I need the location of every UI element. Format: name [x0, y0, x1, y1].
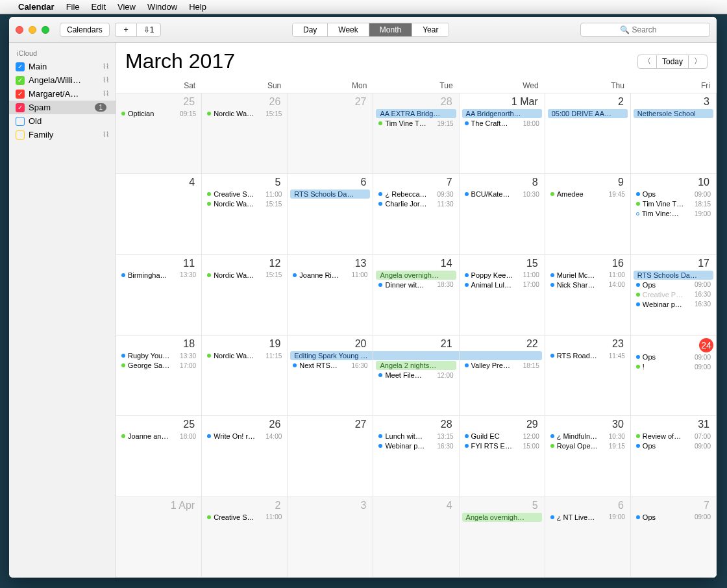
menu-file[interactable]: File: [66, 2, 80, 12]
event-item[interactable]: Joanne an…18:00: [119, 432, 199, 441]
calendar-checkbox[interactable]: ✓: [16, 103, 25, 112]
menubar[interactable]: Calendar File Edit View Window Help: [0, 0, 727, 14]
view-year[interactable]: Year: [412, 23, 449, 36]
day-cell[interactable]: 5Creative S…11:00Nordic Wa…15:15: [202, 174, 288, 254]
event-item[interactable]: Webinar p…16:30: [376, 441, 456, 450]
sidebar-item-5[interactable]: Family⌇⌇: [9, 128, 116, 141]
event-item[interactable]: Poppy Kee…11:00: [462, 271, 542, 280]
zoom-button[interactable]: [42, 26, 49, 34]
day-cell[interactable]: 24Ops09:00!09:00: [631, 336, 717, 416]
event-item[interactable]: Meet File…12:00: [376, 371, 456, 380]
event-bar[interactable]: AA EXTRA Bridg…: [376, 109, 456, 118]
day-cell[interactable]: 26Nordic Wa…15:15: [202, 93, 288, 174]
day-cell[interactable]: 4: [116, 174, 202, 254]
view-day[interactable]: Day: [293, 23, 328, 36]
day-cell[interactable]: 3Nethersole School: [631, 93, 717, 174]
day-cell[interactable]: 11Birmingha…13:30: [116, 255, 202, 336]
day-cell[interactable]: 16Muriel Mc…11:00Nick Shar…14:00: [545, 255, 631, 336]
day-cell[interactable]: 30¿ Mindfuln…10:30Royal Ope…19:15: [545, 416, 631, 496]
event-item[interactable]: Optician09:15: [119, 109, 199, 118]
event-item[interactable]: Rugby You…13:30: [119, 351, 199, 360]
day-cell[interactable]: 31Review of…07:00Ops09:00: [631, 416, 717, 496]
event-span[interactable]: [373, 351, 459, 360]
view-week[interactable]: Week: [328, 23, 369, 36]
day-cell[interactable]: 1 Apr: [116, 497, 202, 578]
calendar-checkbox[interactable]: [16, 117, 25, 126]
event-bar[interactable]: Angela overnigh…: [376, 271, 456, 280]
event-item[interactable]: Creative P…16:30: [634, 290, 713, 299]
event-item[interactable]: Nordic Wa…15:15: [204, 271, 284, 280]
event-item[interactable]: Ops09:00: [634, 441, 713, 450]
event-item[interactable]: BCU/Kate…10:30: [462, 190, 542, 199]
day-cell[interactable]: 22 Valley Pre…18:15: [460, 336, 545, 416]
prev-button[interactable]: 〈: [637, 55, 657, 69]
event-bar[interactable]: RTS Schools Da…: [634, 271, 713, 280]
day-cell[interactable]: 28Lunch wit…13:15Webinar p…16:30: [373, 416, 459, 496]
calendar-checkbox[interactable]: [16, 130, 25, 140]
event-item[interactable]: ¿ Rebecca…09:30: [376, 190, 456, 199]
event-item[interactable]: Ops09:00: [634, 352, 713, 361]
add-button[interactable]: ＋: [115, 23, 136, 37]
event-item[interactable]: Tim Vine T…18:15: [634, 199, 713, 208]
minimize-button[interactable]: [29, 26, 36, 34]
menu-edit[interactable]: Edit: [92, 2, 106, 12]
day-cell[interactable]: 4: [373, 497, 459, 578]
calendar-checkbox[interactable]: ✓: [16, 62, 25, 71]
day-cell[interactable]: 3: [288, 497, 373, 578]
day-cell[interactable]: 27: [288, 93, 373, 174]
day-cell[interactable]: 12Nordic Wa…15:15: [202, 255, 288, 336]
day-cell[interactable]: 17RTS Schools Da…Ops09:00Creative P…16:3…: [631, 255, 717, 336]
event-bar[interactable]: RTS Schools Da…: [290, 190, 370, 199]
event-item[interactable]: Ops09:00: [634, 280, 713, 289]
day-cell[interactable]: 25Optician09:15: [116, 93, 202, 174]
event-item[interactable]: Review of…07:00: [634, 432, 713, 441]
menu-view[interactable]: View: [117, 2, 136, 12]
event-item[interactable]: Next RTS…16:30: [290, 361, 370, 370]
event-item[interactable]: Nordic Wa…11:15: [204, 351, 284, 360]
day-cell[interactable]: 27: [288, 416, 373, 496]
event-item[interactable]: Creative S…11:00: [204, 190, 284, 199]
inbox-button[interactable]: ⇩ 1: [136, 23, 162, 37]
day-cell[interactable]: 8BCU/Kate…10:30: [460, 174, 545, 254]
event-item[interactable]: Muriel Mc…11:00: [548, 271, 628, 280]
day-cell[interactable]: 6RTS Schools Da…: [288, 174, 373, 254]
sidebar-item-0[interactable]: ✓Main⌇⌇: [9, 60, 116, 73]
event-span[interactable]: Editing Spark Young Writers magazine: [290, 351, 373, 360]
event-item[interactable]: Guild EC12:00: [462, 432, 542, 441]
day-cell[interactable]: 20Editing Spark Young Writers magazineNe…: [288, 336, 373, 416]
event-item[interactable]: Amedee19:45: [548, 190, 628, 199]
event-bar[interactable]: Nethersole School: [634, 109, 713, 118]
calendar-checkbox[interactable]: ✓: [16, 90, 25, 99]
event-item[interactable]: Lunch wit…13:15: [376, 432, 456, 441]
menu-help[interactable]: Help: [189, 2, 206, 12]
day-cell[interactable]: 26Write On! r…14:00: [202, 416, 288, 496]
event-item[interactable]: Animal Lul…17:00: [462, 280, 542, 289]
menu-window[interactable]: Window: [147, 2, 177, 12]
event-item[interactable]: Nick Shar…14:00: [548, 280, 628, 289]
event-item[interactable]: RTS Road…11:45: [548, 351, 628, 360]
search-input[interactable]: [632, 25, 671, 34]
event-item[interactable]: Nordic Wa…15:15: [204, 199, 284, 208]
day-cell[interactable]: 205:00 DRIVE AA…: [545, 93, 631, 174]
close-button[interactable]: [16, 26, 23, 34]
sidebar-item-4[interactable]: Old: [9, 114, 116, 128]
event-item[interactable]: ¿ NT Live…19:00: [548, 513, 628, 522]
event-span[interactable]: [460, 351, 542, 360]
today-button[interactable]: Today: [657, 55, 688, 69]
event-item[interactable]: Ops09:00: [634, 513, 713, 522]
event-bar[interactable]: Angela overnigh…: [462, 513, 542, 522]
event-item[interactable]: George Sa…17:00: [119, 361, 199, 370]
day-cell[interactable]: 6¿ NT Live…19:00: [545, 497, 631, 578]
calendars-toggle[interactable]: Calendars: [60, 23, 110, 37]
event-item[interactable]: Joanne Ri…11:00: [290, 271, 370, 280]
app-name[interactable]: Calendar: [18, 2, 55, 12]
event-item[interactable]: Birmingha…13:30: [119, 271, 199, 280]
event-item[interactable]: Tim Vine:…19:00: [634, 209, 713, 218]
day-cell[interactable]: 23RTS Road…11:45: [545, 336, 631, 416]
day-cell[interactable]: 29Guild EC12:00FYI RTS E…15:00: [460, 416, 545, 496]
day-cell[interactable]: 2Creative S…11:00: [202, 497, 288, 578]
search-field[interactable]: 🔍: [580, 23, 710, 37]
event-bar[interactable]: Angela 2 nights…: [376, 361, 456, 370]
event-item[interactable]: Royal Ope…19:15: [548, 441, 628, 450]
day-cell[interactable]: 13Joanne Ri…11:00: [288, 255, 373, 336]
